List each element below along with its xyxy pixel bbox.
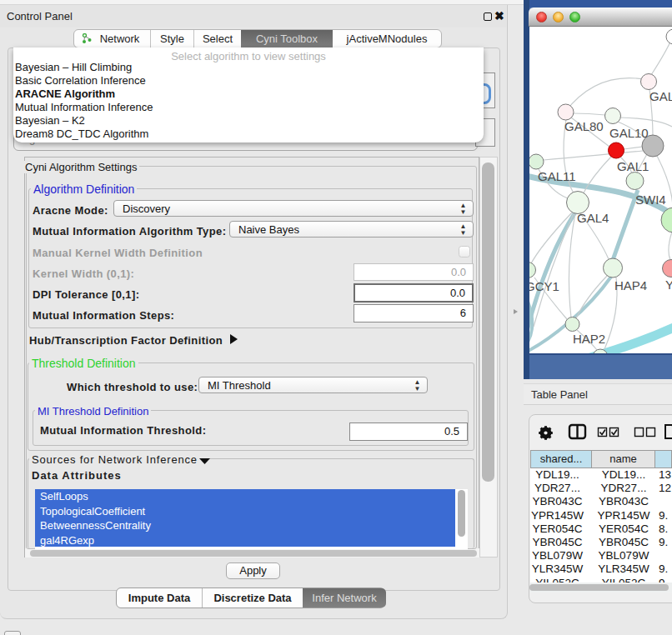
svg-text:Y: Y <box>665 278 672 292</box>
svg-text:GAL80: GAL80 <box>564 119 604 133</box>
svg-text:HAP4: HAP4 <box>614 278 647 292</box>
svg-text:GAL1: GAL1 <box>617 159 649 173</box>
svg-text:GAL11: GAL11 <box>538 169 576 183</box>
svg-text:GCY1: GCY1 <box>529 279 559 293</box>
svg-text:HAP2: HAP2 <box>573 332 605 346</box>
svg-text:GAL: GAL <box>649 89 672 103</box>
svg-text:SWI4: SWI4 <box>635 192 666 207</box>
svg-text:GAL4: GAL4 <box>577 211 609 225</box>
svg-text:GAL10: GAL10 <box>609 126 649 140</box>
